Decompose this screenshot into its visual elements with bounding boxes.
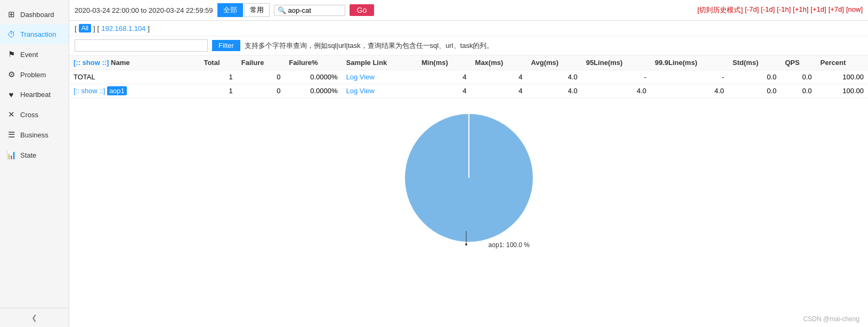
sidebar-collapse-btn[interactable]: ❮ (0, 308, 69, 327)
breadcrumb-ip[interactable]: 192.168.1.104 (101, 24, 145, 32)
sidebar-item-business[interactable]: ☰ Business (0, 125, 69, 145)
btn-all[interactable]: 全部 (217, 3, 243, 17)
history-plus7d-link[interactable]: [+7d] (829, 5, 844, 15)
main-content: 2020-03-24 22:00:00 to 2020-03-24 22:59:… (69, 0, 868, 327)
sidebar-label-heartbeat: Heartbeat (20, 91, 51, 99)
cell-avg-1: 4.0 (527, 70, 582, 84)
tab-group: 全部 常用 (217, 3, 270, 17)
sidebar-label-cross: Cross (20, 111, 38, 119)
sidebar-label-transaction: Transaction (20, 30, 56, 38)
th-name: [:: show ::] Name (69, 55, 199, 70)
history-plus1d-link[interactable]: [+1d] (810, 5, 826, 15)
th-samplelink: Sample Link (342, 55, 417, 70)
th-percent: Percent (816, 55, 868, 70)
chart-area: aop1: 100.0 % (69, 98, 868, 254)
search-icon: 🔍 (278, 6, 286, 14)
svg-point-1 (465, 243, 467, 246)
cell-max-2: 4 (471, 84, 527, 98)
cell-samplelink-1[interactable]: Log View (342, 70, 417, 84)
history-7d-link[interactable]: [-7d] (745, 5, 759, 15)
history-1h-link[interactable]: [-1h] (777, 5, 791, 15)
cell-95-2: 4.0 (582, 84, 651, 98)
topbar: 2020-03-24 22:00:00 to 2020-03-24 22:59:… (69, 0, 868, 21)
cell-pct-2: 100.00 (816, 84, 868, 98)
bracket-close-2: ] (148, 24, 150, 32)
filterbar: Filter 支持多个字符串查询，例如sql|url|task，查询结果为包含任… (69, 36, 868, 55)
sidebar-item-dashboard[interactable]: ⊞ Dashboard (0, 4, 69, 24)
history-plus1h-link[interactable]: [+1h] (793, 5, 808, 15)
log-view-link-1[interactable]: Log View (346, 73, 375, 81)
th-qps: QPS (781, 55, 816, 70)
th-max: Max(ms) (471, 55, 527, 70)
cell-999-2: 4.0 (651, 84, 728, 98)
th-avg: Avg(ms) (527, 55, 582, 70)
cell-samplelink-2[interactable]: Log View (342, 84, 417, 98)
sidebar: ⊞ Dashboard ⏱ Transaction ⚑ Event ⚙ Prob… (0, 0, 69, 327)
bracket-open-2: [ (98, 24, 100, 32)
transaction-table: [:: show ::] Name Total Failure Failure%… (69, 55, 868, 98)
sidebar-label-state: State (20, 151, 36, 159)
sidebar-item-cross[interactable]: ✕ Cross (0, 104, 69, 125)
cell-95-1: - (582, 70, 651, 84)
th-failurepct: Failure% (285, 55, 342, 70)
pie-leader-line (450, 231, 482, 247)
cell-qps-2: 0.0 (781, 84, 816, 98)
show-aop1-toggle[interactable]: [:: show ::] (74, 87, 105, 95)
history-now-link[interactable]: [now] (846, 5, 863, 15)
th-name-label: Name (111, 59, 129, 67)
cell-total-1: 1 (199, 70, 237, 84)
cross-icon: ✕ (6, 110, 16, 119)
breadcrumb-all[interactable]: All (79, 24, 91, 32)
btn-common[interactable]: 常用 (244, 3, 270, 17)
cell-std-1: 0.0 (728, 70, 781, 84)
pie-chart (400, 109, 538, 247)
history-1d-link[interactable]: [-1d] (761, 5, 775, 15)
cell-pct-1: 100.00 (816, 70, 868, 84)
sidebar-item-transaction[interactable]: ⏱ Transaction (0, 24, 69, 44)
aop1-tag: aop1 (107, 86, 127, 95)
th-min: Min(ms) (417, 55, 471, 70)
cell-max-1: 4 (471, 70, 527, 84)
breadcrumb: [ All ] [ 192.168.1.104 ] (69, 21, 868, 36)
log-view-link-2[interactable]: Log View (346, 87, 375, 95)
cell-qps-1: 0.0 (781, 70, 816, 84)
sidebar-item-state[interactable]: 📊 State (0, 145, 69, 165)
transaction-icon: ⏱ (6, 30, 16, 39)
cell-avg-2: 4.0 (527, 84, 582, 98)
state-icon: 📊 (6, 150, 16, 160)
bracket-close-1: ] (93, 24, 95, 32)
history-mode-label[interactable]: [切到历史模式] (697, 5, 743, 15)
filter-hint: 支持多个字符串查询，例如sql|url|task，查询结果为包含任一sql、ur… (245, 41, 494, 51)
content-area: [:: show ::] Name Total Failure Failure%… (69, 55, 868, 327)
cell-total-2: 1 (199, 84, 237, 98)
cell-min-1: 4 (417, 70, 471, 84)
table-row: TOTAL 1 0 0.0000% Log View 4 4 4.0 - - 0… (69, 70, 868, 84)
cell-failure-2: 0 (237, 84, 285, 98)
collapse-icon: ❮ (31, 314, 37, 322)
sidebar-label-dashboard: Dashboard (20, 11, 54, 19)
pie-label-container: aop1: 100.0 % (450, 231, 530, 249)
th-std: Std(ms) (728, 55, 781, 70)
bracket-open-1: [ (75, 24, 77, 32)
search-box: 🔍 (274, 5, 345, 16)
heartbeat-icon: ♥ (6, 90, 16, 99)
filter-input[interactable] (75, 39, 208, 52)
sidebar-item-problem[interactable]: ⚙ Problem (0, 64, 69, 85)
business-icon: ☰ (6, 130, 16, 140)
table-body: TOTAL 1 0 0.0000% Log View 4 4 4.0 - - 0… (69, 70, 868, 98)
sidebar-item-event[interactable]: ⚑ Event (0, 44, 69, 64)
dashboard-icon: ⊞ (6, 10, 16, 19)
footer-credit: CSDN @mai-cheng (803, 315, 859, 323)
show-name-toggle[interactable]: [:: show ::] (74, 59, 109, 67)
th-999line: 99.9Line(ms) (651, 55, 728, 70)
go-button[interactable]: Go (350, 4, 375, 16)
filter-button[interactable]: Filter (212, 40, 240, 51)
sidebar-label-event: Event (20, 51, 38, 59)
table-header-row: [:: show ::] Name Total Failure Failure%… (69, 55, 868, 70)
th-95line: 95Line(ms) (582, 55, 651, 70)
cell-999-1: - (651, 70, 728, 84)
cell-min-2: 4 (417, 84, 471, 98)
search-input[interactable] (288, 6, 342, 14)
sidebar-label-business: Business (20, 131, 48, 139)
sidebar-item-heartbeat[interactable]: ♥ Heartbeat (0, 85, 69, 104)
